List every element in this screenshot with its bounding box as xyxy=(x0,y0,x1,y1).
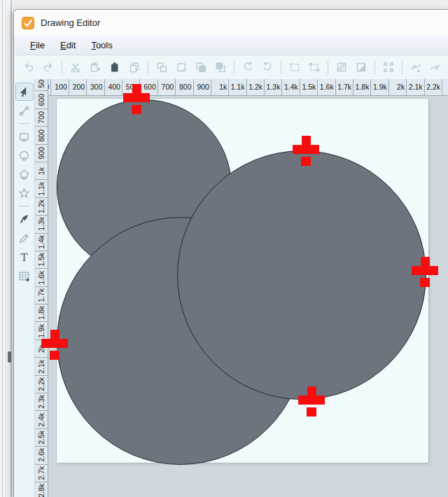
palette-separator xyxy=(19,206,29,206)
vruler-label: 1.1k xyxy=(35,180,48,197)
tool-polygon[interactable] xyxy=(15,165,34,183)
vruler-label: 500 xyxy=(35,79,48,91)
hruler-label: 700 xyxy=(158,79,176,95)
bring-forward-icon xyxy=(195,61,207,74)
window-title: Drawing Editor xyxy=(41,18,100,28)
tool-select[interactable] xyxy=(15,83,34,101)
menu-file[interactable]: File xyxy=(22,38,52,52)
tool-ellipse[interactable] xyxy=(15,146,34,164)
point-marker-part xyxy=(132,105,141,114)
hruler-label: 900 xyxy=(194,79,211,95)
transform-button[interactable] xyxy=(305,58,323,76)
vruler-label: 1.9k xyxy=(35,322,48,340)
point-marker-part xyxy=(298,396,325,405)
rotate-cw-button[interactable] xyxy=(239,58,257,76)
menubar: File Edit Tools xyxy=(14,36,448,55)
redo-button[interactable] xyxy=(39,58,57,76)
vruler-label: 2.5k xyxy=(35,429,48,447)
vruler-label: 2.6k xyxy=(35,447,48,464)
tool-star[interactable] xyxy=(15,184,34,202)
add-node-icon xyxy=(410,61,422,74)
ungroup-button[interactable] xyxy=(172,58,190,76)
circle-shape[interactable] xyxy=(177,150,426,400)
send-backward-button[interactable] xyxy=(211,58,230,76)
tool-pencil[interactable] xyxy=(15,229,34,247)
select-region-button[interactable] xyxy=(286,58,304,76)
hruler-label: 800 xyxy=(176,79,193,95)
vruler-label: 1.2k xyxy=(35,198,48,216)
toolbar-separator xyxy=(402,61,402,74)
app-icon xyxy=(22,17,34,29)
paste-special-icon xyxy=(89,61,102,74)
copy-button[interactable] xyxy=(125,58,144,76)
transform-icon xyxy=(308,61,321,74)
paste-button[interactable] xyxy=(106,58,124,76)
send-backward-icon xyxy=(214,61,227,74)
corner-handles-button[interactable] xyxy=(379,58,398,76)
cut-button[interactable] xyxy=(66,58,85,76)
rotate-ccw-icon xyxy=(261,61,274,74)
point-marker-part xyxy=(123,93,150,102)
menu-edit[interactable]: Edit xyxy=(52,38,83,52)
divider xyxy=(10,0,12,497)
add-node-button[interactable] xyxy=(407,58,425,76)
vruler-label: 900 xyxy=(35,145,48,162)
vruler-label: 1k xyxy=(35,162,48,180)
tool-polyline[interactable] xyxy=(15,102,34,120)
svg-text:T: T xyxy=(20,251,27,263)
vruler-label: 1.5k xyxy=(35,251,48,269)
point-marker-part xyxy=(302,136,311,146)
vruler-label: 1.8k xyxy=(35,304,48,322)
hruler-label: 1.5k xyxy=(300,79,318,95)
remove-node-button[interactable] xyxy=(426,58,444,76)
rectangle-tool-icon xyxy=(18,130,31,144)
vruler-label: 600 xyxy=(35,91,48,108)
bring-forward-button[interactable] xyxy=(192,58,210,76)
corner-handles-icon xyxy=(382,61,395,74)
toolbar-icons xyxy=(19,58,448,76)
toolbar-separator xyxy=(148,61,148,74)
select-tool-icon xyxy=(18,85,31,99)
point-marker-part xyxy=(41,339,68,348)
hruler-label: 1.9k xyxy=(371,79,388,95)
toolbar-separator xyxy=(281,61,281,74)
point-marker-part xyxy=(307,407,316,416)
screen: { "window": { "title": "Drawing Editor" … xyxy=(0,0,448,497)
toolbar-separator xyxy=(234,61,234,74)
background-scrollbar-thumb[interactable] xyxy=(8,351,11,363)
point-marker-part xyxy=(293,145,319,154)
vruler-label: 2.4k xyxy=(35,411,48,428)
canvas[interactable] xyxy=(48,96,448,497)
rotate-ccw-button[interactable] xyxy=(258,58,276,76)
point-marker-part xyxy=(307,386,316,396)
hruler-label: 1.6k xyxy=(318,79,335,95)
tool-image[interactable] xyxy=(15,267,34,285)
rotate-cw-icon xyxy=(241,61,254,74)
tool-palette: T xyxy=(14,79,35,497)
vruler-label: 2.8k xyxy=(35,482,48,497)
paste-special-button[interactable] xyxy=(86,58,104,76)
hruler-label: 200 xyxy=(69,79,87,95)
hruler-label: 2.1k xyxy=(407,79,424,95)
titlebar[interactable]: Drawing Editor xyxy=(14,10,448,36)
fill-gradient-button[interactable] xyxy=(332,58,351,76)
menu-tools[interactable]: Tools xyxy=(83,38,120,52)
toolbar: 25% xyxy=(14,55,448,80)
fill-solid-button[interactable] xyxy=(352,58,370,76)
tool-text[interactable]: T xyxy=(15,248,34,266)
vruler-label: 700 xyxy=(35,109,48,127)
vruler-label: 2.7k xyxy=(35,465,48,482)
hruler-label: 1.7k xyxy=(336,79,354,95)
tool-pen[interactable] xyxy=(15,210,34,228)
star-tool-icon xyxy=(18,187,31,200)
point-marker-part xyxy=(50,351,59,360)
tool-rectangle[interactable] xyxy=(15,127,34,146)
hruler-label: 400 xyxy=(105,79,122,95)
vruler-label: 2.2k xyxy=(35,376,48,393)
vruler-label: 2.1k xyxy=(35,358,48,375)
group-button[interactable] xyxy=(153,58,171,76)
point-marker-part xyxy=(301,157,311,166)
vruler-label: 800 xyxy=(35,127,48,144)
palette-separator xyxy=(19,123,29,124)
undo-button[interactable] xyxy=(20,58,38,76)
